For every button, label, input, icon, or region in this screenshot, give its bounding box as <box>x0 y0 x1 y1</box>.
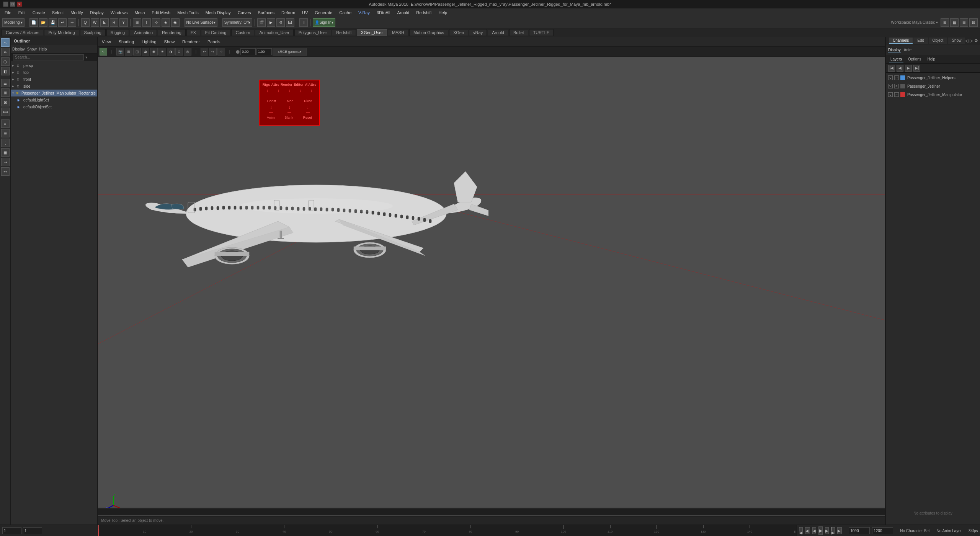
tab-motion-graphics[interactable]: Motion Graphics <box>409 29 448 36</box>
step-back-btn[interactable]: ◀| <box>805 527 810 534</box>
unknown-tool-1[interactable]: ◧ <box>1 67 10 75</box>
timeline-range-start[interactable] <box>849 527 870 534</box>
vp-shaded-btn[interactable]: ◕ <box>142 48 149 56</box>
layer-p-0[interactable]: P <box>894 75 899 80</box>
layer-nav-3[interactable]: ▶ <box>905 65 912 72</box>
save-scene-btn[interactable]: 💾 <box>49 18 57 27</box>
outliner-item-manipulator-rect[interactable]: ▾ ⊞ Passenger_Jetliner_Manipulator_Recta… <box>11 90 97 96</box>
rp-layers-btn[interactable]: Layers <box>889 56 903 62</box>
tab-poly-modeling[interactable]: Poly Modeling <box>44 29 79 36</box>
mode-dropdown[interactable]: Modeling ▾ <box>2 18 24 27</box>
layer-p-2[interactable]: P <box>894 92 899 97</box>
tab-curves-surfaces[interactable]: Curves / Surfaces <box>2 29 43 36</box>
outliner-show-menu[interactable]: Show <box>27 47 37 51</box>
vp-gamma-dropdown[interactable]: sRGB gamma ▾ <box>273 48 307 56</box>
vp-snap-btn[interactable]: ⊹ <box>217 48 225 56</box>
prev-frame-btn[interactable]: ◀ <box>812 527 816 534</box>
outliner-search-input[interactable] <box>13 54 84 60</box>
menu-select[interactable]: Select <box>49 10 67 16</box>
rp-tab-object[interactable]: Object <box>929 38 947 44</box>
next-frame-btn[interactable]: ▶ <box>825 527 829 534</box>
snap-point-btn[interactable]: ⊹ <box>152 18 160 27</box>
tab-animation-user[interactable]: Animation_User <box>255 29 293 36</box>
maximize-btn[interactable]: □ <box>10 2 15 7</box>
menu-mesh-display[interactable]: Mesh Display <box>203 10 234 16</box>
tab-polygons-user[interactable]: Polygons_User <box>294 29 332 36</box>
layer-nav-2[interactable]: ◀ <box>897 65 903 72</box>
vp-redo-btn[interactable]: ↪ <box>209 48 217 56</box>
unknown-tool-7[interactable]: ≋ <box>1 129 10 137</box>
rp-tab-channels[interactable]: Channels <box>889 38 913 44</box>
menu-help[interactable]: Help <box>436 10 451 16</box>
unknown-tool-2[interactable]: ☰ <box>1 79 10 87</box>
rp-tab-show[interactable]: Show <box>948 38 965 44</box>
menu-vray[interactable]: V-Ray <box>355 10 373 16</box>
menu-cache[interactable]: Cache <box>336 10 354 16</box>
tab-vray[interactable]: vRay <box>469 29 487 36</box>
unknown-tool-6[interactable]: ≡ <box>1 119 10 128</box>
render-settings-btn[interactable]: ⚙ <box>276 18 285 27</box>
vp-ao-btn[interactable]: ⊙ <box>175 48 183 56</box>
move-tool-btn[interactable]: W <box>91 18 99 27</box>
vp-menu-view[interactable]: View <box>100 39 113 45</box>
menu-uv[interactable]: UV <box>299 10 311 16</box>
menu-display[interactable]: Display <box>87 10 107 16</box>
rp-display-tab[interactable]: Display <box>888 48 901 52</box>
rp-gear-icon[interactable]: ⚙ <box>974 38 978 43</box>
tab-mash[interactable]: MASH <box>388 29 408 36</box>
unknown-tool-4[interactable]: ⊠ <box>1 98 10 106</box>
menu-arnold[interactable]: Arnold <box>394 10 412 16</box>
vp-select-btn[interactable]: ↖ <box>100 48 107 56</box>
rp-help-btn[interactable]: Help <box>926 56 937 62</box>
layer-row-0[interactable]: V P Passenger_Jetliner_Helpers <box>886 74 980 82</box>
tab-fx[interactable]: FX <box>186 29 200 36</box>
snap-surface-btn[interactable]: ◈ <box>162 18 170 27</box>
outliner-item-light-set[interactable]: ◉ defaultLightSet <box>11 96 97 103</box>
menu-deform[interactable]: Deform <box>278 10 298 16</box>
menu-modify[interactable]: Modify <box>67 10 86 16</box>
undo-btn[interactable]: ↩ <box>58 18 67 27</box>
outliner-item-object-set[interactable]: ◉ defaultObjectSet <box>11 103 97 110</box>
close-btn[interactable]: ✕ <box>17 2 22 7</box>
open-scene-btn[interactable]: 📂 <box>39 18 47 27</box>
lasso-tool-left[interactable]: ⬡ <box>1 57 10 66</box>
select-tool-left[interactable]: ↖ <box>1 38 10 47</box>
tab-xgen-user[interactable]: XGen_User <box>357 29 387 36</box>
paint-tool-left[interactable]: ✏ <box>1 48 10 56</box>
snap-grid-btn[interactable]: ⊞ <box>133 18 141 27</box>
outliner-item-side[interactable]: ▸ ⊡ side <box>11 83 97 90</box>
tab-turtle[interactable]: TURTLE <box>529 29 554 36</box>
menu-curves[interactable]: Curves <box>235 10 254 16</box>
vp-camera-btn[interactable]: 📷 <box>116 48 124 56</box>
layer-v-1[interactable]: V <box>888 84 893 88</box>
animation-btn[interactable]: 🎞 <box>286 18 294 27</box>
unknown-tool-9[interactable]: ▦ <box>1 148 10 157</box>
ipr-btn[interactable]: ▶ <box>267 18 275 27</box>
layer-nav-1[interactable]: |◀ <box>888 65 895 72</box>
tab-arnold[interactable]: Arnold <box>488 29 508 36</box>
goto-start-btn[interactable]: |◀ <box>799 527 803 534</box>
menu-surfaces[interactable]: Surfaces <box>255 10 278 16</box>
workspace-layout-4[interactable]: ⊟ <box>969 18 978 27</box>
no-live-surface-btn[interactable]: No Live Surface ▾ <box>185 18 217 27</box>
goto-end-btn[interactable]: ▶| <box>837 527 842 534</box>
vp-texture-btn[interactable]: ◉ <box>150 48 158 56</box>
outliner-item-top[interactable]: ▸ ⊡ top <box>11 69 97 76</box>
layer-v-2[interactable]: V <box>888 92 893 97</box>
rp-anim-tab[interactable]: Anim <box>904 48 913 52</box>
rp-minimize-icon[interactable]: ◁ <box>965 38 968 43</box>
layer-v-0[interactable]: V <box>888 75 893 80</box>
menu-mesh[interactable]: Mesh <box>131 10 148 16</box>
menu-mesh-tools[interactable]: Mesh Tools <box>174 10 201 16</box>
menu-redshift[interactable]: Redshift <box>413 10 434 16</box>
vp-wireframe-btn[interactable]: ◫ <box>133 48 141 56</box>
vp-grid-btn[interactable]: ⊞ <box>125 48 132 56</box>
workspace-layout-3[interactable]: ⊟ <box>960 18 968 27</box>
tab-rendering[interactable]: Rendering <box>158 29 186 36</box>
timeline-current-frame[interactable] <box>23 527 42 534</box>
mel-input[interactable] <box>13 509 978 516</box>
select-tool-btn[interactable]: Q <box>81 18 90 27</box>
play-btn[interactable]: ▶ <box>818 526 823 535</box>
outliner-help-menu[interactable]: Help <box>39 47 47 51</box>
snap-curve-btn[interactable]: ⌇ <box>142 18 151 27</box>
